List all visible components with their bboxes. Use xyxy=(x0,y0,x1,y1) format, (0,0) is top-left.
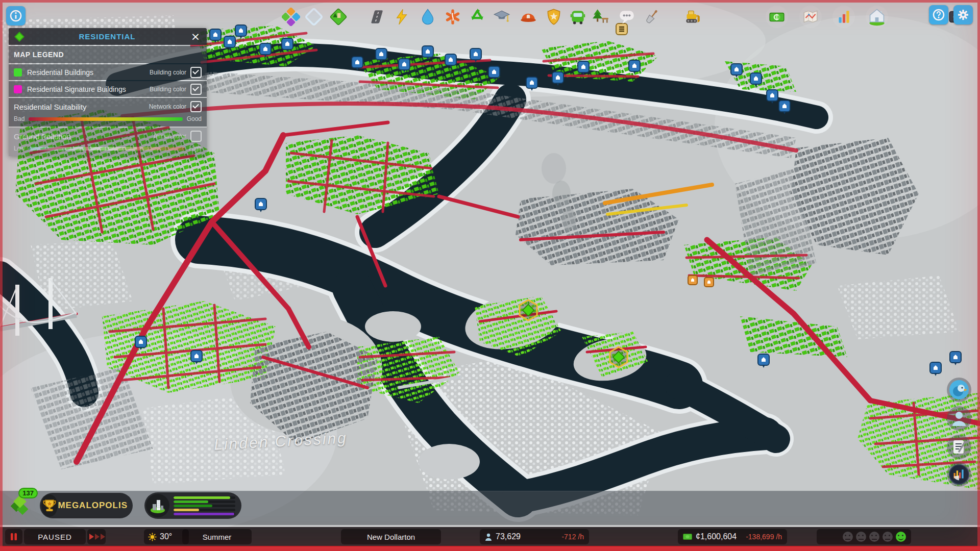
question-icon xyxy=(932,8,945,21)
bar-chart-icon xyxy=(835,8,853,26)
police-badge-icon xyxy=(545,8,563,26)
milestone-button[interactable]: 137 xyxy=(5,490,37,520)
gear-icon xyxy=(957,8,970,21)
game-viewport: Linden Crossing xyxy=(0,0,980,551)
signature-building-marker xyxy=(610,347,627,367)
infoview-panel: RESIDENTIAL × MAP LEGEND Residential Bui… xyxy=(9,28,207,156)
speech-bubble-icon xyxy=(618,8,636,26)
landscaping-icon xyxy=(329,8,348,26)
milestone-name-pill[interactable]: MEGALOPOLIS xyxy=(40,493,133,518)
toolbar-roads-button[interactable] xyxy=(366,6,389,28)
demand-bar-residential-low xyxy=(174,496,235,499)
demand-indicator[interactable] xyxy=(144,492,241,519)
demand-bars xyxy=(169,496,241,515)
toolbar-economy-button[interactable] xyxy=(766,6,788,28)
info-views-button[interactable] xyxy=(6,6,26,26)
money-value: ¢1,600,604 xyxy=(696,532,737,541)
pause-icon xyxy=(10,533,18,541)
toolbar-transportation-button[interactable] xyxy=(567,6,589,28)
house-marker[interactable] xyxy=(704,278,714,287)
bulldozer-icon xyxy=(682,7,701,27)
toolbar-fire-rescue-button[interactable] xyxy=(517,6,540,28)
journal-icon xyxy=(950,438,968,456)
toolbar-education-button[interactable] xyxy=(491,6,513,28)
building-color-checkbox[interactable] xyxy=(190,67,202,78)
pause-button[interactable] xyxy=(5,529,22,544)
legend-row-signature-buildings: Residential Signature Buildings Building… xyxy=(9,81,207,97)
bus-icon xyxy=(569,8,587,26)
happiness-face-neutral xyxy=(883,532,893,542)
infographics-icon xyxy=(948,463,970,486)
toolbar-bulldozer-button[interactable] xyxy=(680,6,703,28)
season-display: Summer xyxy=(182,529,252,544)
sun-icon xyxy=(148,533,157,541)
close-icon[interactable]: × xyxy=(189,31,202,43)
population-rate: -712 /h xyxy=(561,533,584,541)
infoview-title: RESIDENTIAL xyxy=(25,32,189,41)
chirper-bird-icon xyxy=(948,379,970,400)
terrain-color-checkbox[interactable] xyxy=(190,131,202,142)
infoview-panel-header: RESIDENTIAL × xyxy=(9,28,207,45)
money-note-icon xyxy=(683,534,692,540)
toolbar-terraforming-button[interactable] xyxy=(641,6,663,28)
map-legend-heading: MAP LEGEND xyxy=(9,46,207,63)
settings-button[interactable] xyxy=(953,5,973,24)
water-drop-icon xyxy=(419,8,437,26)
happiness-face-neutral xyxy=(856,532,866,542)
journal-button[interactable] xyxy=(947,435,971,459)
map-icon xyxy=(801,8,820,26)
residential-swatch xyxy=(14,68,22,77)
signature-building-marker xyxy=(520,300,537,320)
toolbar-landscaping-button[interactable] xyxy=(327,6,350,28)
network-color-checkbox[interactable] xyxy=(190,101,202,112)
roads-icon xyxy=(369,8,387,26)
money-rate: -138,699 /h xyxy=(746,533,782,541)
happiness-face-happy xyxy=(896,532,906,542)
toolbar-electricity-button[interactable] xyxy=(390,6,413,28)
building-color-checkbox[interactable] xyxy=(190,84,202,95)
population-display: 73,629 -712 /h xyxy=(480,529,589,544)
fast-forward-icon xyxy=(88,534,105,540)
pollution-gradient xyxy=(29,147,185,151)
happiness-face-neutral xyxy=(869,532,879,542)
speed-button[interactable] xyxy=(87,529,106,544)
toolbar-zones-button[interactable] xyxy=(280,6,302,28)
toolbar-info-views-button[interactable] xyxy=(799,6,822,28)
house-icon xyxy=(867,7,887,27)
trophy-icon xyxy=(41,494,58,517)
help-button[interactable] xyxy=(929,5,948,24)
toolbar-police-button[interactable] xyxy=(543,6,565,28)
recycle-icon xyxy=(468,8,486,26)
happiness-display[interactable] xyxy=(817,529,911,544)
legend-row-suitability: Residential Suitability Network color Ba… xyxy=(9,98,207,127)
population-icon xyxy=(485,533,492,541)
status-bar: PAUSED 30° Summer New Dollarton xyxy=(0,527,980,547)
zones-icon xyxy=(282,8,300,26)
citizen-info-button[interactable] xyxy=(947,406,971,431)
toolbar-garbage-button[interactable] xyxy=(466,6,488,28)
park-tree-icon xyxy=(592,8,610,26)
demand-bar-residential-high xyxy=(174,505,235,507)
info-icon xyxy=(9,9,22,22)
chirper-button[interactable] xyxy=(947,378,971,402)
demand-bar-residential-medium xyxy=(174,500,235,503)
simulation-state: PAUSED xyxy=(24,529,86,544)
legend-row-residential-buildings: Residential Buildings Building color xyxy=(9,64,207,80)
toolbar-communications-button[interactable] xyxy=(616,6,638,28)
signature-swatch xyxy=(14,85,22,93)
population-value: 73,629 xyxy=(496,532,521,541)
city-statistics-button[interactable] xyxy=(947,462,971,487)
temperature-value: 30° xyxy=(160,532,172,541)
house-marker[interactable] xyxy=(688,276,697,285)
toolbar-healthcare-button[interactable] xyxy=(442,6,464,28)
toolbar-parks-button[interactable] xyxy=(590,6,612,28)
toolbar-progression-button[interactable] xyxy=(866,6,888,28)
city-name-display: New Dollarton xyxy=(341,529,441,544)
toolbar-water-button[interactable] xyxy=(416,6,439,28)
demand-bar-office-industrial xyxy=(174,513,235,515)
money-display: ¢1,600,604 -138,699 /h xyxy=(678,529,787,544)
toolbar-areas-button[interactable] xyxy=(303,6,325,28)
person-icon xyxy=(950,409,968,428)
toolbar-statistics-button[interactable] xyxy=(832,6,855,28)
milestone-count-badge: 137 xyxy=(18,488,38,498)
